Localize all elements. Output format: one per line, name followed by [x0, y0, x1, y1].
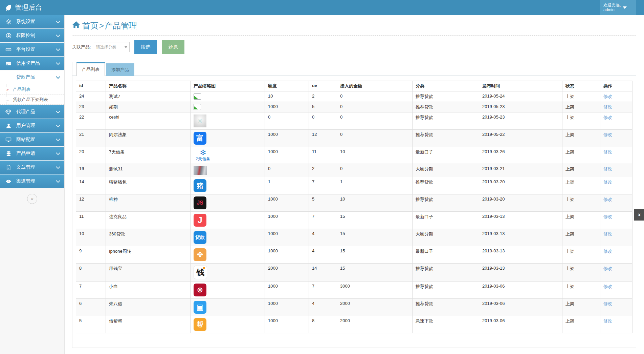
xiaobai-app-icon: ⊙ — [194, 284, 206, 296]
sidebar-collapse-button[interactable]: « — [27, 194, 37, 204]
cell-status: 上架 — [562, 102, 600, 112]
sidebar-item[interactable]: 代理产品 — [0, 105, 64, 119]
tab-product-list[interactable]: 产品列表 — [76, 62, 105, 76]
sidebar-item[interactable]: 文章管理 — [0, 161, 64, 174]
cell-action: 修改 — [600, 112, 632, 130]
user-menu[interactable]: 欢迎光临, admin — [600, 0, 636, 15]
sidebar-item[interactable]: 信用卡产品 — [0, 57, 64, 70]
7tian-jietiao-logo: ✻7天借条 — [194, 149, 213, 162]
sidebar-item-label: 网站配置 — [16, 137, 52, 143]
sidebar-subitem[interactable]: »产品列表 — [0, 84, 64, 95]
modify-link[interactable]: 修改 — [603, 214, 612, 219]
cell-id: 22 — [76, 112, 106, 130]
sidebar-collapse-row: « — [0, 191, 64, 207]
cell-uv: 4 — [309, 229, 337, 246]
back-to-top-button[interactable]: « — [634, 209, 644, 221]
category-select[interactable]: 请选择分类 — [94, 42, 130, 52]
sidebar-item[interactable]: 权限控制 — [0, 29, 64, 42]
cell-uv: 7 — [309, 212, 337, 229]
sidebar-nav: 系统设置权限控制平台设置信用卡产品贷款产品»产品列表…贷款产品下架列表代理产品用… — [0, 15, 64, 188]
cell-category: 最新口子 — [413, 246, 479, 264]
sidebar-item[interactable]: 平台设置 — [0, 43, 64, 56]
column-header: 分类 — [413, 81, 479, 91]
broken-image-icon — [194, 93, 201, 100]
home-icon — [72, 21, 80, 31]
sidebar-item[interactable]: 渠道管理 — [0, 174, 64, 188]
cell-date: 2019-05-22 — [479, 130, 562, 147]
modify-link[interactable]: 修改 — [603, 132, 612, 137]
sidebar-item-label: 系统设置 — [16, 19, 52, 25]
product-table: id产品名称产品缩略图额度uv接入的金额分类发布时间状态操作 24测试71020… — [76, 81, 632, 333]
cell-amount: 0 — [337, 102, 413, 112]
table-row: 21阿尔法象富1000120推荐贷款2019-05-22上架修改 — [76, 130, 632, 147]
cell-thumb: ⎈ — [191, 112, 265, 130]
column-header: 额度 — [265, 81, 309, 91]
sidebar-item[interactable]: 系统设置 — [0, 15, 64, 28]
cell-date: 2019-03-13 — [479, 246, 562, 264]
column-header: 产品名称 — [106, 81, 191, 91]
cell-name: 朱八借 — [106, 299, 191, 316]
cell-category: 大额分期 — [413, 164, 479, 177]
cell-quota: 10 — [265, 91, 309, 102]
cell-thumb: 富 — [191, 130, 265, 147]
sidebar: 系统设置权限控制平台设置信用卡产品贷款产品»产品列表…贷款产品下架列表代理产品用… — [0, 15, 65, 354]
cell-thumb: ✻7天借条 — [191, 147, 265, 164]
sidebar-item[interactable]: 用户管理 — [0, 119, 64, 132]
filter-label: 关联产品: — [72, 44, 91, 50]
cell-status: 上架 — [562, 91, 600, 102]
modify-link[interactable]: 修改 — [603, 104, 612, 109]
cell-id: 19 — [76, 164, 106, 177]
lock-icon — [5, 33, 12, 39]
modify-link[interactable]: 修改 — [603, 318, 612, 324]
cell-amount: 10 — [337, 194, 413, 212]
cell-amount: 0 — [337, 130, 413, 147]
cell-category: 大额分期 — [413, 229, 479, 246]
ceshi-helm-thumbnail: ⎈ — [194, 114, 206, 127]
sidebar-item[interactable]: 网站配置 — [0, 133, 64, 146]
cell-date: 2019-03-26 — [479, 147, 562, 164]
cell-date: 2019-05-24 — [479, 91, 562, 102]
cell-date: 2019-03-06 — [479, 299, 562, 316]
cell-thumb: ✤ — [191, 246, 265, 264]
cell-category: 推荐贷款 — [413, 177, 479, 194]
reset-button[interactable]: 还原 — [162, 40, 184, 54]
cell-date: 2019-03-13 — [479, 212, 562, 229]
modify-link[interactable]: 修改 — [603, 301, 612, 306]
cell-amount: 0 — [337, 164, 413, 177]
sidebar-item[interactable]: 产品申请 — [0, 147, 64, 160]
cell-category: 推荐贷款 — [413, 91, 479, 102]
diamond-icon — [5, 109, 12, 115]
modify-link[interactable]: 修改 — [603, 180, 612, 185]
cell-id: 21 — [76, 130, 106, 147]
modify-link[interactable]: 修改 — [603, 249, 612, 254]
cell-date: 2019-03-13 — [479, 264, 562, 282]
modify-link[interactable]: 修改 — [603, 94, 612, 99]
modify-link[interactable]: 修改 — [603, 266, 612, 271]
cell-status: 上架 — [562, 194, 600, 212]
modify-link[interactable]: 修改 — [603, 197, 612, 202]
eye-icon — [5, 179, 12, 184]
sidebar-subitem[interactable]: …贷款产品下架列表 — [0, 95, 64, 105]
cell-quota: 1000 — [265, 147, 309, 164]
cell-id: 7 — [76, 282, 106, 299]
modify-link[interactable]: 修改 — [603, 284, 612, 289]
modify-link[interactable]: 修改 — [603, 115, 612, 120]
tab-add-product[interactable]: 添加产品 — [106, 63, 134, 76]
cell-category: 最新口子 — [413, 147, 479, 164]
cell-quota: 1000 — [265, 282, 309, 299]
modify-link[interactable]: 修改 — [603, 231, 612, 236]
table-row: 5借帮帮帮100082000急速下款2019-03-06上架修改 — [76, 316, 632, 333]
cell-uv: 4 — [309, 246, 337, 264]
modify-link[interactable]: 修改 — [603, 149, 612, 154]
cell-action: 修改 — [600, 147, 632, 164]
filter-button[interactable]: 筛选 — [134, 40, 157, 54]
cell-status: 上架 — [562, 164, 600, 177]
modify-link[interactable]: 修改 — [603, 166, 612, 171]
breadcrumb-divider — [72, 35, 636, 36]
sidebar-item[interactable]: 贷款产品 — [0, 70, 64, 84]
table-row: 8用钱宝钱20001415推荐贷款2019-03-13上架修改 — [76, 264, 632, 282]
cell-uv: 7 — [309, 177, 337, 194]
sidebar-submenu: »产品列表…贷款产品下架列表 — [0, 84, 64, 105]
breadcrumb-home-link[interactable]: 首页 — [82, 20, 98, 31]
category-select-value: 请选择分类 — [96, 44, 116, 50]
